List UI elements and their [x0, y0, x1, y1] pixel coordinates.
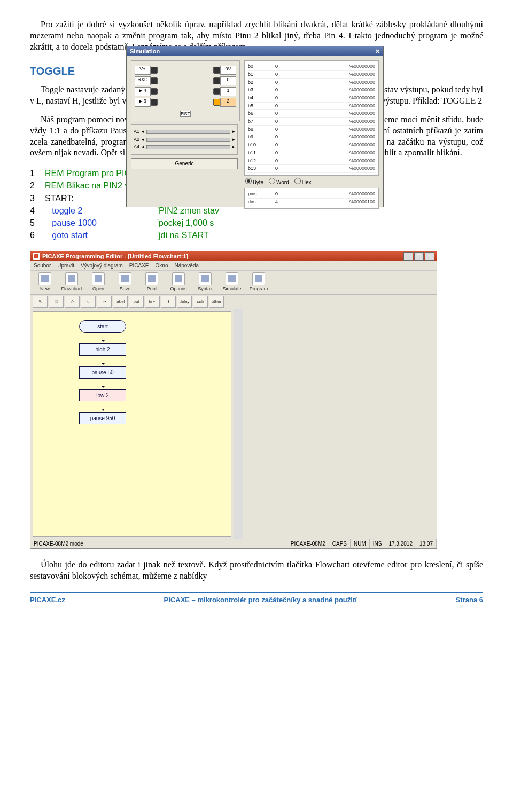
palette-label[interactable]: label	[113, 296, 128, 308]
menu-diagram[interactable]: Vývojový diagram	[81, 262, 123, 269]
slider-a1[interactable]	[146, 130, 230, 134]
chevron-left-icon[interactable]: ◂	[142, 137, 144, 143]
register-row: b00%00000000	[247, 63, 376, 71]
led-icon	[151, 67, 158, 74]
analog-sliders: A1◂▸ A2◂▸ A4◂▸	[131, 124, 238, 155]
palette-terminator[interactable]: ○	[81, 296, 96, 308]
app-icon	[33, 253, 40, 260]
pin-rxd[interactable]: RXD	[135, 76, 151, 85]
tb-options[interactable]: Options	[166, 272, 191, 293]
slider-a4[interactable]	[146, 145, 230, 149]
menu-upravit[interactable]: Upravit	[57, 262, 74, 269]
node-pause50[interactable]: pause 50	[79, 366, 126, 379]
main-toolbar: New Flowchart Open Save Print Options Sy…	[30, 270, 437, 295]
window-titlebar: PICAXE Programming Editor - [Untitled Fl…	[30, 251, 437, 261]
footer-divider	[30, 592, 483, 593]
palette-in[interactable]: in∗	[145, 296, 160, 308]
pin-0[interactable]: 0	[220, 76, 236, 85]
status-num: NUM	[351, 539, 370, 548]
palette-pointer[interactable]: ↖	[33, 296, 48, 308]
generic-dropdown[interactable]: Generic	[131, 158, 238, 169]
pin-2[interactable]: 2	[220, 98, 236, 107]
chevron-right-icon[interactable]: ▸	[232, 144, 235, 151]
palette-other[interactable]: other	[209, 296, 224, 308]
pin-0v[interactable]: 0V	[220, 66, 236, 75]
palette-arrow[interactable]: ⇢	[97, 296, 112, 308]
flow-arrow-icon	[103, 379, 103, 389]
tb-syntax[interactable]: Syntax	[193, 272, 217, 293]
chevron-right-icon[interactable]: ▸	[232, 137, 235, 143]
status-mode: PICAXE-08M2 mode	[30, 539, 87, 548]
tb-program[interactable]: Program	[246, 272, 271, 293]
pin-3[interactable]: ▶ 3	[135, 98, 151, 107]
chevron-left-icon[interactable]: ◂	[142, 129, 144, 135]
tb-simulate[interactable]: Simulate	[220, 272, 244, 293]
pin-vplus[interactable]: V+	[135, 66, 151, 75]
led-icon	[213, 99, 220, 106]
tb-save[interactable]: Save	[113, 272, 137, 293]
menu-napoveda[interactable]: Nápověda	[174, 262, 199, 269]
footer-left: PICAXE.cz	[30, 596, 65, 605]
node-start[interactable]: start	[79, 320, 126, 333]
code-line-6: goto start	[45, 229, 157, 241]
flowchart-canvas[interactable]: start high 2 pause 50 low 2 pause 950	[33, 311, 231, 537]
print-icon	[145, 272, 158, 285]
register-row: b10%00000000	[247, 71, 376, 79]
register-row: b50%00000000	[247, 103, 376, 111]
register-table: b00%00000000b10%00000000b20%00000000b30%…	[244, 60, 379, 176]
tb-flowchart[interactable]: Flowchart	[59, 272, 84, 293]
flow-arrow-icon	[103, 402, 103, 412]
led-icon	[213, 88, 220, 95]
chevron-left-icon[interactable]: ◂	[142, 144, 144, 151]
tb-print[interactable]: Print	[139, 272, 164, 293]
palette-sub[interactable]: sub	[193, 296, 208, 308]
slider-a2[interactable]	[146, 138, 230, 142]
tb-new[interactable]: New	[33, 272, 57, 293]
menu-soubor[interactable]: Soubor	[34, 262, 51, 269]
node-low2[interactable]: low 2	[79, 389, 126, 401]
pin-4[interactable]: ▶ 4	[135, 87, 151, 96]
shape-palette: ↖ □ ◇ ○ ⇢ label out in∗ ∗ delay sub othe…	[30, 295, 437, 309]
menu-picaxe[interactable]: PICAXE	[129, 262, 149, 269]
chevron-right-icon[interactable]: ▸	[232, 129, 235, 135]
menu-okno[interactable]: Okno	[156, 262, 168, 269]
simulate-icon	[226, 272, 238, 285]
register-row: b20%00000000	[247, 79, 376, 87]
rst-button[interactable]: RST	[180, 111, 191, 117]
slider-a1-label: A1	[134, 129, 139, 135]
flow-arrow-icon	[103, 356, 103, 366]
register-row: b30%00000000	[247, 86, 376, 94]
menu-bar: Soubor Upravit Vývojový diagram PICAXE O…	[30, 261, 437, 270]
program-icon	[252, 272, 265, 285]
minimize-button[interactable]: _	[403, 252, 413, 261]
tb-open[interactable]: Open	[86, 272, 111, 293]
register-row: b100%00000000	[247, 141, 376, 149]
palette-decision[interactable]: ◇	[65, 296, 80, 308]
led-icon	[213, 77, 220, 84]
radio-word[interactable]	[269, 178, 275, 184]
close-button[interactable]: ×	[425, 252, 434, 261]
status-ins: INS	[370, 539, 386, 548]
register-row: b110%00000000	[247, 149, 376, 157]
radio-hex[interactable]	[294, 178, 301, 184]
node-high2[interactable]: high 2	[79, 343, 126, 356]
palette-rect[interactable]: □	[49, 296, 64, 308]
register-row: b60%00000000	[247, 110, 376, 118]
pins-dirs-table: pins0%00000000 dirs4%00000100	[244, 188, 379, 209]
save-icon	[119, 272, 131, 285]
radio-byte[interactable]	[245, 178, 252, 184]
vertical-scrollbar[interactable]	[234, 309, 243, 539]
status-chip: PICAXE-08M2	[287, 539, 329, 548]
flow-arrow-icon	[103, 333, 103, 343]
simulation-close-button[interactable]: ✕	[375, 48, 380, 55]
pin-1[interactable]: 1	[220, 87, 236, 96]
palette-out[interactable]: out	[129, 296, 144, 308]
palette-star[interactable]: ∗	[161, 296, 176, 308]
new-icon	[38, 272, 51, 285]
palette-delay[interactable]: delay	[177, 296, 192, 308]
paragraph-4: Úlohu jde do editoru zadat i jinak než t…	[30, 559, 483, 582]
led-icon	[151, 99, 158, 106]
led-icon	[151, 88, 158, 95]
node-pause950[interactable]: pause 950	[79, 412, 126, 424]
maximize-button[interactable]: □	[414, 252, 424, 261]
